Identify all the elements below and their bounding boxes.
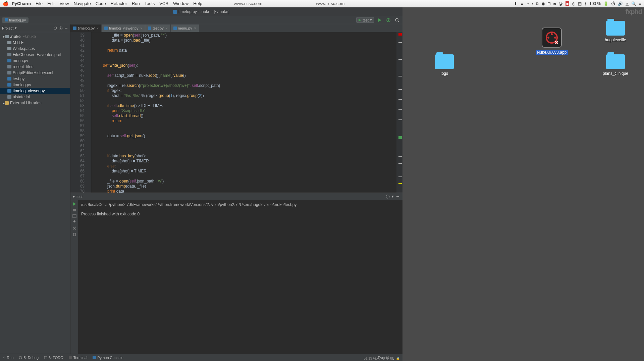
rerun-icon[interactable] xyxy=(72,202,77,206)
line-number[interactable]: 43 xyxy=(70,53,85,58)
editor-tab-timelog_viewer-py[interactable]: timelog_viewer.py× xyxy=(102,24,145,32)
line-number[interactable]: 59 xyxy=(70,134,85,139)
run-config-selector[interactable]: test ▾ xyxy=(356,17,374,23)
menubar-tray-icon[interactable]: ▲ xyxy=(520,1,524,6)
line-number[interactable]: 45 xyxy=(70,63,85,68)
tool-window-debug[interactable]: 5: Debug xyxy=(19,356,39,360)
chevron-right-icon[interactable]: ▸ xyxy=(73,194,75,199)
line-number[interactable]: 54 xyxy=(70,108,85,113)
line-number[interactable]: 50 xyxy=(70,88,85,93)
hide-icon[interactable] xyxy=(64,26,68,30)
line-gutter[interactable]: 3940414243444546474849505152535455565758… xyxy=(70,32,87,193)
line-number[interactable]: 49 xyxy=(70,83,85,88)
tool-window-run[interactable]: 4: Run xyxy=(3,356,13,360)
battery-icon[interactable]: 🔋 xyxy=(603,1,608,6)
menu-file[interactable]: File xyxy=(36,1,43,6)
line-number[interactable]: 44 xyxy=(70,58,85,63)
line-number[interactable]: 67 xyxy=(70,174,85,179)
menubar-tray-icon[interactable]: › xyxy=(532,1,533,6)
line-number[interactable]: 46 xyxy=(70,68,85,73)
editor-tab-test-py[interactable]: test.py× xyxy=(145,24,170,32)
menu-vcs[interactable]: VCS xyxy=(159,1,168,6)
search-button[interactable] xyxy=(394,17,400,23)
run-tab-label[interactable]: test xyxy=(76,195,83,199)
line-number[interactable]: 51 xyxy=(70,93,85,98)
menu-tools[interactable]: Tools xyxy=(145,1,155,6)
line-number[interactable]: 63 xyxy=(70,154,85,159)
marker[interactable] xyxy=(398,42,402,43)
desktop-folder-plans_clinique[interactable]: plans_clinique xyxy=(600,54,631,76)
tree-item-ScriptEditorHistory-xml[interactable]: ScriptEditorHistory.xml xyxy=(0,70,70,76)
volume-icon[interactable]: 🔊 xyxy=(618,1,623,6)
hide-icon[interactable] xyxy=(396,195,400,199)
lock-icon[interactable]: 🔒 xyxy=(396,357,400,360)
spotlight-icon[interactable]: 🔍 xyxy=(631,1,636,6)
dropbox-icon[interactable]: ⧉ xyxy=(536,1,539,6)
menu-refactor[interactable]: Refactor xyxy=(111,1,127,6)
wifi-icon[interactable]: ◬ xyxy=(626,1,629,6)
bluetooth-icon[interactable]: ᚼ xyxy=(584,1,587,6)
marker[interactable] xyxy=(398,99,402,100)
marker[interactable] xyxy=(398,156,402,157)
line-number[interactable]: 48 xyxy=(70,78,85,83)
editor-tab-menu-py[interactable]: menu.py× xyxy=(171,24,199,32)
fold-gutter[interactable] xyxy=(87,32,91,193)
ok-marker[interactable] xyxy=(398,136,402,139)
marker[interactable] xyxy=(398,76,402,76)
editor-tab-timelog-py[interactable]: timelog.py× xyxy=(70,24,101,32)
line-number[interactable]: 56 xyxy=(70,118,85,123)
file-encoding[interactable]: UTF-8: xyxy=(383,357,393,360)
debug-button[interactable] xyxy=(385,17,392,23)
project-root[interactable]: ▾ .nuke ~/.nuke xyxy=(0,34,70,40)
close-tab-icon[interactable]: × xyxy=(166,27,168,30)
line-number[interactable]: 58 xyxy=(70,128,85,134)
layout-icon[interactable] xyxy=(72,214,77,218)
line-number[interactable]: 57 xyxy=(70,123,85,128)
tree-item-MTTF[interactable]: MTTF xyxy=(0,40,70,46)
line-number[interactable]: 53 xyxy=(70,103,85,108)
line-separator[interactable]: LF: xyxy=(375,357,380,360)
line-number[interactable]: 64 xyxy=(70,159,85,164)
battery-percent[interactable]: 100 % xyxy=(589,1,601,6)
line-number[interactable]: 65 xyxy=(70,164,85,169)
line-number[interactable]: 66 xyxy=(70,169,85,174)
tree-item-Workspaces[interactable]: Workspaces xyxy=(0,46,70,52)
line-number[interactable]: 62 xyxy=(70,149,85,154)
stop-icon[interactable] xyxy=(72,208,77,212)
menubar-tray-icon[interactable]: ⏻ xyxy=(611,1,615,6)
line-number[interactable]: 68 xyxy=(70,179,85,184)
tree-item-timelog-py[interactable]: timelog.py xyxy=(0,82,70,88)
project-tree[interactable]: ▾ .nuke ~/.nuke MTTFWorkspacesFileChoose… xyxy=(0,32,70,107)
marker[interactable] xyxy=(398,176,402,177)
trash-icon[interactable] xyxy=(72,232,77,237)
menu-edit[interactable]: Edit xyxy=(47,1,55,6)
tree-item-timelog_viewer-py[interactable]: timelog_viewer.py xyxy=(0,88,70,94)
close-tab-icon[interactable]: × xyxy=(194,27,196,30)
chevron-down-icon[interactable]: ▾ xyxy=(392,194,394,199)
run-button[interactable] xyxy=(376,17,383,23)
marker[interactable] xyxy=(398,119,402,120)
tree-item-recent_files[interactable]: recent_files xyxy=(0,64,70,70)
menu-help[interactable]: Help xyxy=(193,1,202,6)
macos-desktop[interactable]: fxphd hugoleveillelogsplans_clinique Nuk… xyxy=(402,7,644,361)
menubar-tray-icon[interactable]: ⬆ xyxy=(514,1,517,6)
line-number[interactable]: 55 xyxy=(70,113,85,118)
warn-marker[interactable] xyxy=(398,183,402,184)
menu-run[interactable]: Run xyxy=(132,1,140,6)
line-number[interactable]: 52 xyxy=(70,98,85,103)
tool-window-todo[interactable]: 6: TODO xyxy=(44,356,63,360)
cursor-position[interactable]: 51:13 xyxy=(364,357,372,360)
menubar-tray-icon[interactable]: @ xyxy=(559,1,563,6)
marker[interactable] xyxy=(398,163,402,164)
project-header[interactable]: Project ▾ xyxy=(0,24,70,32)
line-number[interactable]: 61 xyxy=(70,144,85,149)
tool-window-terminal[interactable]: Terminal xyxy=(69,356,88,360)
line-number[interactable]: 60 xyxy=(70,139,85,144)
menubar-tray-icon[interactable]: ■ xyxy=(566,1,569,6)
gear-icon[interactable] xyxy=(386,195,390,199)
menu-navigate[interactable]: Navigate xyxy=(73,1,91,6)
run-output[interactable]: /usr/local/Cellar/python/2.7.6/Framework… xyxy=(78,200,402,354)
notification-center-icon[interactable]: ≡ xyxy=(639,1,641,6)
marker[interactable] xyxy=(398,89,402,90)
tree-item-test-py[interactable]: test.py xyxy=(0,76,70,82)
